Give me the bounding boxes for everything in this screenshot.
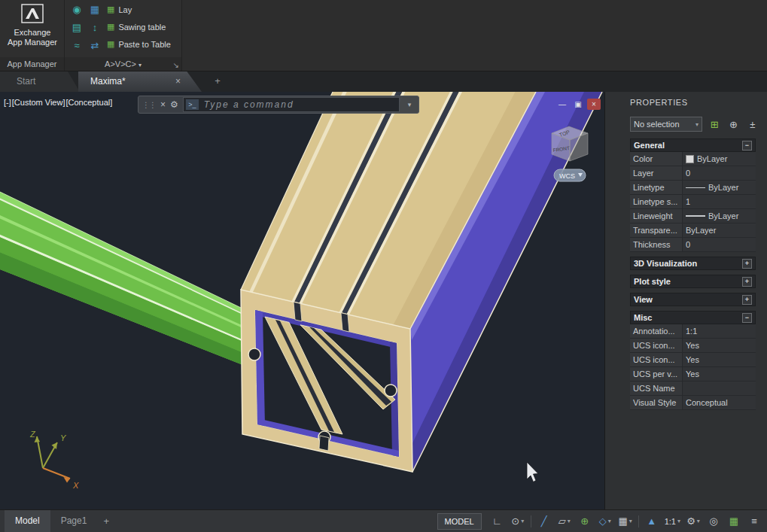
- object-snap-tracking-icon: ⊕: [580, 515, 589, 527]
- select-objects-icon[interactable]: ⊕: [726, 119, 740, 130]
- tab-maxima[interactable]: Maxima* ×: [78, 71, 202, 92]
- section-header-general[interactable]: General −: [630, 138, 756, 152]
- snap-settings-dropdown[interactable]: ⊙▾: [508, 512, 528, 530]
- avc-tool-icon-6[interactable]: ⇄: [87, 38, 102, 53]
- selection-value: No selection: [634, 120, 680, 129]
- property-row-ucs-icon-on: UCS icon... Yes: [630, 339, 756, 353]
- object-snap-dropdown[interactable]: ◇▾: [595, 512, 615, 530]
- command-history-caret-icon[interactable]: ▾: [404, 101, 415, 108]
- object-snap-3d-dropdown[interactable]: ▦▾: [616, 512, 635, 530]
- graphics-performance-icon: ▦: [729, 515, 738, 527]
- section-header-3d-visualization[interactable]: 3D Visualization +: [630, 257, 756, 270]
- ucs-z-label: Z: [29, 430, 36, 439]
- paste-to-table-button[interactable]: ▦ Paste to Table: [107, 37, 171, 51]
- avc-tool-icon-1[interactable]: ◉: [69, 2, 84, 17]
- viewport-controls: [-] [Custom View] [Conceptual]: [4, 98, 112, 107]
- snap-mode-button[interactable]: ∟: [488, 512, 507, 530]
- section-view-toggle-icon[interactable]: +: [742, 295, 752, 305]
- layout-tab-page1[interactable]: Page1: [50, 510, 98, 532]
- avc-tool-icon-2[interactable]: ▤: [69, 20, 84, 35]
- command-prompt-icon: >_: [186, 99, 199, 110]
- ucs-x-label: X: [72, 481, 79, 490]
- quick-select-icon[interactable]: ⊞: [708, 119, 721, 130]
- tab-close-icon[interactable]: ×: [175, 71, 181, 92]
- annotation-monitor-button[interactable]: ◎: [704, 512, 723, 530]
- restore-button[interactable]: ▣: [571, 99, 585, 110]
- paste-to-table-label: Paste to Table: [118, 40, 171, 49]
- ucs-icon: Z Y X: [29, 430, 79, 490]
- close-button[interactable]: ×: [587, 99, 601, 110]
- sawing-table-label: Sawing table: [118, 23, 166, 32]
- sawing-table-button[interactable]: ▦ Sawing table: [107, 20, 171, 34]
- isometric-caret-icon: ▾: [568, 518, 571, 524]
- viewport-view-button[interactable]: [Custom View]: [12, 98, 65, 107]
- viewcube[interactable]: TOP FRONT: [552, 126, 588, 161]
- section-plot-toggle-icon[interactable]: +: [742, 277, 752, 287]
- workspace-switching-dropdown[interactable]: ⚙▾: [683, 512, 703, 530]
- customization-menu-button[interactable]: ≡: [744, 512, 764, 530]
- annotation-scale-dropdown[interactable]: 1:1▾: [662, 512, 683, 530]
- autodesk-logo-icon: [20, 4, 45, 23]
- property-row-visual-style: Visual Style Conceptual: [630, 396, 756, 410]
- lay-button[interactable]: ▦ Lay: [107, 2, 171, 17]
- graphics-performance-button[interactable]: ▦: [724, 512, 744, 530]
- new-layout-button[interactable]: +: [97, 510, 115, 532]
- section-header-plot-style[interactable]: Plot style +: [630, 275, 756, 288]
- property-row-color: Color ByLayer: [630, 152, 756, 166]
- viewport-menu-button[interactable]: [-]: [4, 98, 11, 107]
- avc-item-column: ▦ Lay ▦ Sawing table ▦ Paste to Table: [107, 2, 171, 51]
- exchange-app-manager-button[interactable]: Exchange App Manager: [0, 0, 65, 57]
- object-snap-icon: ◇: [599, 515, 607, 527]
- property-row-layer: Layer 0: [630, 166, 756, 181]
- selection-dropdown[interactable]: No selection ▾: [630, 117, 702, 132]
- panel-title-avc[interactable]: A>V>C>▾: [65, 57, 181, 71]
- aluminum-profile-object[interactable]: [241, 92, 602, 472]
- avc-tool-icon-5[interactable]: ↕: [87, 20, 102, 35]
- workspace-gear-icon: ⚙: [686, 515, 695, 527]
- drawing-window-controls: — ▣ ×: [555, 99, 601, 110]
- minimize-button[interactable]: —: [555, 99, 569, 110]
- avc-tool-icon-4[interactable]: ▦: [87, 2, 102, 17]
- ribbon-panel-avc: ◉ ▤ ≈ ▦ ↕ ⇄ ▦ Lay ▦ Sawing table ▦: [65, 0, 182, 71]
- section-header-misc[interactable]: Misc −: [630, 311, 756, 324]
- model-space-button[interactable]: MODEL: [437, 513, 482, 530]
- command-placeholder: Type a command: [204, 99, 294, 110]
- customization-menu-icon: ≡: [751, 515, 757, 527]
- avc-tool-column-2: ▦ ↕ ⇄: [87, 2, 102, 53]
- sawing-table-icon: ▦: [107, 22, 114, 32]
- object-snap-tracking-button[interactable]: ⊕: [575, 512, 595, 530]
- property-row-transparency: Transpare... ByLayer: [630, 223, 756, 238]
- status-separator: [638, 515, 639, 527]
- panel-title-app-manager: App Manager: [0, 57, 64, 71]
- viewport-style-button[interactable]: [Conceptual]: [66, 98, 113, 107]
- command-customize-icon[interactable]: ⚙: [170, 99, 178, 110]
- lineweight-sample: [686, 215, 705, 217]
- layout-tab-model[interactable]: Model: [5, 510, 50, 532]
- command-close-icon[interactable]: ×: [160, 99, 166, 110]
- section-view: View +: [630, 293, 756, 306]
- object-snap-3d-caret-icon: ▾: [629, 518, 632, 524]
- section-3d-toggle-icon[interactable]: +: [742, 259, 752, 269]
- command-input[interactable]: >_ Type a command: [183, 97, 400, 112]
- annotation-visibility-button[interactable]: ▲: [642, 512, 662, 530]
- toggle-pickadd-icon[interactable]: ±: [746, 119, 759, 130]
- command-grip-handle[interactable]: ⋮⋮: [142, 101, 156, 109]
- drawing-area[interactable]: TOP FRONT WCS Z Y X: [0, 92, 604, 509]
- section-header-view[interactable]: View +: [630, 293, 756, 306]
- green-profile-object[interactable]: [0, 192, 271, 376]
- panel-launcher-icon[interactable]: ↘: [173, 61, 179, 69]
- section-general-toggle-icon[interactable]: −: [742, 141, 752, 150]
- ucs-y-label: Y: [60, 433, 66, 442]
- model-viewport: TOP FRONT WCS Z Y X: [0, 92, 604, 509]
- wcs-menu[interactable]: WCS: [554, 169, 586, 181]
- avc-tool-icon-3[interactable]: ≈: [69, 38, 84, 53]
- color-swatch: [686, 155, 694, 163]
- annotation-monitor-icon: ◎: [709, 515, 717, 527]
- ortho-mode-icon: ╱: [541, 515, 547, 527]
- isometric-drafting-dropdown[interactable]: ▱▾: [555, 512, 574, 530]
- tab-start[interactable]: Start: [0, 71, 80, 92]
- selection-row: No selection ▾ ⊞ ⊕ ±: [630, 116, 759, 132]
- ortho-mode-button[interactable]: ╱: [534, 512, 554, 530]
- section-misc-toggle-icon[interactable]: −: [742, 313, 752, 323]
- new-tab-button[interactable]: +: [212, 75, 224, 87]
